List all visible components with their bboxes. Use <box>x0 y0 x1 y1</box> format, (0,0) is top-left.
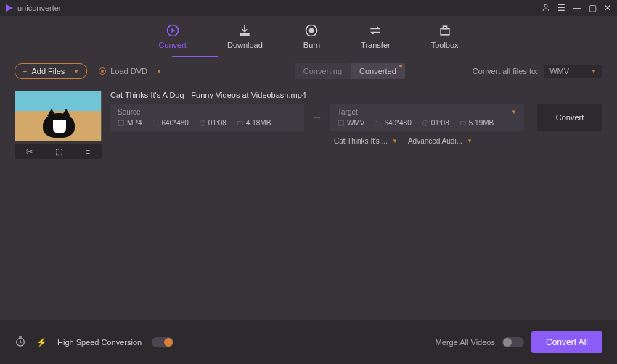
tab-burn[interactable]: Burn <box>303 23 320 49</box>
svg-marker-2 <box>171 28 175 33</box>
file-row: ✂ ⬚ ≡ Cat Thinks It's A Dog - Funny Vide… <box>0 85 617 165</box>
chevron-down-icon: ▼ <box>73 68 79 75</box>
menu-icon[interactable]: ☰ <box>557 4 565 12</box>
crop-icon[interactable]: ⬚ <box>55 147 62 157</box>
tab-convert[interactable]: Convert <box>158 23 187 49</box>
seg-converting[interactable]: Converting <box>295 63 351 79</box>
plus-icon: + <box>23 67 27 75</box>
tab-transfer[interactable]: Transfer <box>361 23 391 49</box>
tab-transfer-label: Transfer <box>361 41 391 49</box>
target-resolution: 640*480 <box>384 119 411 127</box>
seg-converted[interactable]: Converted <box>351 63 405 79</box>
high-speed-toggle[interactable] <box>152 337 173 347</box>
svg-point-0 <box>544 4 547 7</box>
svg-rect-7 <box>443 26 446 28</box>
convert-button[interactable]: Convert <box>537 104 602 131</box>
schedule-icon[interactable] <box>15 336 26 349</box>
tab-toolbox[interactable]: Toolbox <box>431 23 459 49</box>
target-format: WMV <box>347 119 364 127</box>
convert-all-button[interactable]: Convert All <box>531 331 602 353</box>
target-card[interactable]: Target ▼ WMV 640*480 01:08 5.19MB <box>330 104 524 131</box>
merge-toggle[interactable] <box>502 337 524 347</box>
source-duration: 01:08 <box>208 119 226 127</box>
arrow-icon: → <box>311 111 323 124</box>
target-label: Target <box>338 108 358 116</box>
minimize-button[interactable]: — <box>573 4 581 12</box>
notification-dot <box>399 65 402 67</box>
svg-rect-6 <box>441 29 449 35</box>
svg-rect-3 <box>241 33 250 35</box>
thumbnail-tools: ✂ ⬚ ≡ <box>15 144 102 159</box>
app-title: uniconverter <box>17 4 62 12</box>
toolbar: + Add Files ▼ Load DVD ▼ Converting Conv… <box>0 57 617 85</box>
add-files-button[interactable]: + Add Files ▼ <box>15 63 87 79</box>
file-name: Cat Thinks It's A Dog - Funny Videos at … <box>110 91 602 99</box>
audio-select[interactable]: Advanced Audi... ▼ <box>408 137 473 145</box>
source-resolution: 640*480 <box>162 119 189 127</box>
source-card: Source MP4 640*480 01:08 4.18MB <box>110 104 304 131</box>
settings-icon[interactable]: ≡ <box>86 147 90 156</box>
output-format-select[interactable]: WMV ▼ <box>544 65 602 78</box>
svg-point-5 <box>310 29 314 33</box>
target-size: 5.19MB <box>469 119 494 127</box>
maximize-button[interactable]: ▢ <box>589 4 597 12</box>
tab-convert-label: Convert <box>158 41 187 49</box>
bolt-icon: ⚡ <box>36 337 47 347</box>
chevron-down-icon: ▼ <box>392 138 398 144</box>
chevron-down-icon: ▼ <box>467 138 473 144</box>
tab-download[interactable]: Download <box>227 23 263 49</box>
footer: ⚡ High Speed Conversion Merge All Videos… <box>0 320 617 364</box>
cut-icon[interactable]: ✂ <box>26 147 33 157</box>
tab-download-label: Download <box>227 41 263 49</box>
load-dvd-button[interactable]: Load DVD ▼ <box>99 67 162 75</box>
tab-burn-label: Burn <box>303 41 320 49</box>
chevron-down-icon: ▼ <box>591 68 597 75</box>
status-segmented: Converting Converted <box>295 63 405 79</box>
source-size: 4.18MB <box>246 119 271 127</box>
load-dvd-label: Load DVD <box>110 67 147 75</box>
disc-icon <box>99 67 106 75</box>
source-label: Source <box>118 108 141 116</box>
video-thumbnail[interactable] <box>15 91 102 141</box>
subtitle-select[interactable]: Cat Thinks It's ... ▼ <box>334 137 398 145</box>
high-speed-label: High Speed Conversion <box>57 338 142 347</box>
user-icon[interactable] <box>542 3 550 13</box>
source-format: MP4 <box>127 119 142 127</box>
convert-all-to-label: Convert all files to: <box>473 67 538 75</box>
target-duration: 01:08 <box>431 119 449 127</box>
titlebar: uniconverter ☰ — ▢ ✕ <box>0 0 617 16</box>
svg-rect-10 <box>339 120 344 125</box>
close-button[interactable]: ✕ <box>604 4 611 12</box>
add-files-label: Add Files <box>31 67 65 75</box>
main-tabs: Convert Download Burn Transfer Toolbox <box>0 16 617 57</box>
app-logo <box>6 4 13 12</box>
merge-label: Merge All Videos <box>436 338 495 347</box>
chevron-down-icon: ▼ <box>511 109 517 115</box>
tab-toolbox-label: Toolbox <box>431 41 459 49</box>
output-format-value: WMV <box>549 67 569 75</box>
chevron-down-icon: ▼ <box>156 68 162 75</box>
svg-rect-8 <box>119 120 124 125</box>
